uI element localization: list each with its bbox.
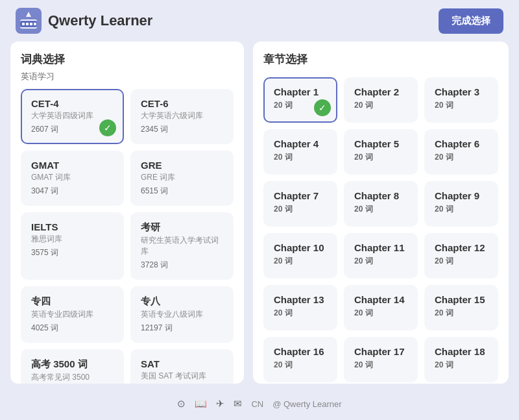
dict-desc: 雅思词库 [31,234,114,245]
dict-count: 4025 词 [31,323,114,334]
footer: ⊙ 📖 ✈ ✉ CN @ Qwerty Learner [0,390,519,417]
chapter-name: Chapter 13 [274,294,327,305]
chapter-selected-check: ✓ [314,99,331,116]
dict-section-label: 英语学习 [21,71,234,82]
chapter-count: 20 词 [274,256,327,267]
dict-desc: 大学英语四级词库 [31,110,114,121]
chapter-count: 20 词 [435,152,488,163]
chapter-count: 20 词 [435,308,488,319]
dict-name: CET-4 [31,98,114,109]
chapter-name: Chapter 9 [435,190,488,201]
dict-card-gmat[interactable]: GMAT GMAT 词库 3047 词 [21,151,124,206]
dict-card-cet4[interactable]: CET-4 大学英语四级词库 2607 词 ✓ [21,89,124,144]
chapter-name: Chapter 18 [435,346,488,357]
logo-area: Qwerty Learner [16,8,152,34]
dict-name: 高考 3500 词 [31,358,114,371]
dict-name: 专四 [31,295,114,308]
dict-desc: GRE 词库 [141,172,223,183]
dict-card-sat[interactable]: SAT 美国 SAT 考试词库 [130,349,234,384]
dict-count: 2345 词 [141,124,223,135]
app-title: Qwerty Learner [48,12,152,29]
dict-name: IELTS [31,221,114,232]
chapter-name: Chapter 6 [435,138,488,149]
chapter-name: Chapter 1 [274,86,327,97]
dict-card-zhuan8[interactable]: 专八 英语专业八级词库 12197 词 [130,286,234,343]
dict-card-ielts[interactable]: IELTS 雅思词库 3575 词 [21,212,124,280]
chapter-card-11[interactable]: Chapter 11 20 词 [344,233,418,278]
chapter-card-7[interactable]: Chapter 7 20 词 [263,181,337,227]
header: Qwerty Learner 完成选择 [0,0,519,42]
dict-name: SAT [141,358,223,369]
chapter-count: 20 词 [354,360,407,371]
chapter-count: 20 词 [354,204,407,215]
dict-desc: 英语专业四级词库 [31,309,114,320]
chapter-card-5[interactable]: Chapter 5 20 词 [344,129,418,175]
svg-rect-6 [34,23,36,25]
chapter-card-2[interactable]: Chapter 2 20 词 [344,77,418,123]
svg-rect-4 [26,23,29,25]
dict-count: 3728 词 [141,260,223,271]
chapter-name: Chapter 7 [274,190,327,201]
chapter-count: 20 词 [354,152,407,163]
chapter-count: 20 词 [435,360,488,371]
chapter-card-6[interactable]: Chapter 6 20 词 [424,129,498,175]
dict-desc: GMAT 词库 [31,172,114,183]
dict-desc: 英语专业八级词库 [141,309,223,320]
chapter-card-18[interactable]: Chapter 18 20 词 [424,337,498,382]
chapter-name: Chapter 5 [354,138,407,149]
footer-locale: CN [251,399,263,409]
dict-desc: 高考常见词 3500 [31,372,114,383]
chapter-name: Chapter 4 [274,138,327,149]
chapter-name: Chapter 3 [435,86,488,97]
github-icon: ⊙ [177,398,186,410]
chapter-count: 20 词 [435,100,488,111]
chapter-card-4[interactable]: Chapter 4 20 词 [263,129,337,175]
dict-card-gre[interactable]: GRE GRE 词库 6515 词 [130,151,234,206]
chapter-card-14[interactable]: Chapter 14 20 词 [344,285,418,330]
logo-icon [16,8,42,34]
footer-brand: @ Qwerty Learner [272,399,341,409]
chapter-name: Chapter 11 [354,242,407,253]
chapter-card-1[interactable]: Chapter 1 20 词 ✓ [263,77,337,123]
svg-rect-5 [30,23,32,25]
dict-card-cet6[interactable]: CET-6 大学英语六级词库 2345 词 [130,89,234,144]
dict-desc: 美国 SAT 考试词库 [141,371,223,382]
chapter-card-13[interactable]: Chapter 13 20 词 [263,285,337,330]
main-content: 词典选择 英语学习 CET-4 大学英语四级词库 2607 词 ✓ CET-6 … [0,42,519,390]
finish-button[interactable]: 完成选择 [439,8,503,34]
chapter-count: 20 词 [274,308,327,319]
dict-card-gaokao[interactable]: 高考 3500 词 高考常见词 3500 [21,349,124,384]
dict-panel-title: 词典选择 [21,52,234,67]
dict-name: 专八 [141,295,223,308]
dict-card-zhuan4[interactable]: 专四 英语专业四级词库 4025 词 [21,286,124,343]
chapter-card-3[interactable]: Chapter 3 20 词 [424,77,498,123]
chapter-card-16[interactable]: Chapter 16 20 词 [263,337,337,382]
chapter-count: 20 词 [354,100,407,111]
dict-name: GRE [141,160,223,171]
chapter-count: 20 词 [354,308,407,319]
chapter-card-9[interactable]: Chapter 9 20 词 [424,181,498,227]
chapter-card-8[interactable]: Chapter 8 20 词 [344,181,418,227]
telegram-icon: ✈ [216,398,224,410]
chapter-name: Chapter 16 [274,346,327,357]
dict-name: CET-6 [141,98,223,109]
chapter-card-15[interactable]: Chapter 15 20 词 [424,285,498,330]
chapter-panel-title: 章节选择 [263,52,498,67]
chapter-name: Chapter 10 [274,242,327,253]
svg-rect-3 [22,23,25,25]
chapter-count: 20 词 [435,204,488,215]
chapter-count: 20 词 [274,152,327,163]
chapter-name: Chapter 2 [354,86,407,97]
chapter-card-10[interactable]: Chapter 10 20 词 [263,233,337,278]
chapter-name: Chapter 12 [435,242,488,253]
dict-name: 考研 [141,221,223,234]
dict-count: 12197 词 [141,323,223,334]
chapter-card-12[interactable]: Chapter 12 20 词 [424,233,498,278]
dict-count: 6515 词 [141,186,223,197]
chapter-count: 20 词 [274,360,327,371]
chapter-name: Chapter 14 [354,294,407,305]
chapter-card-17[interactable]: Chapter 17 20 词 [344,337,418,382]
chapter-name: Chapter 15 [435,294,488,305]
dict-card-kaoyan[interactable]: 考研 研究生英语入学考试词库 3728 词 [130,212,234,280]
dict-count: 3047 词 [31,186,114,197]
